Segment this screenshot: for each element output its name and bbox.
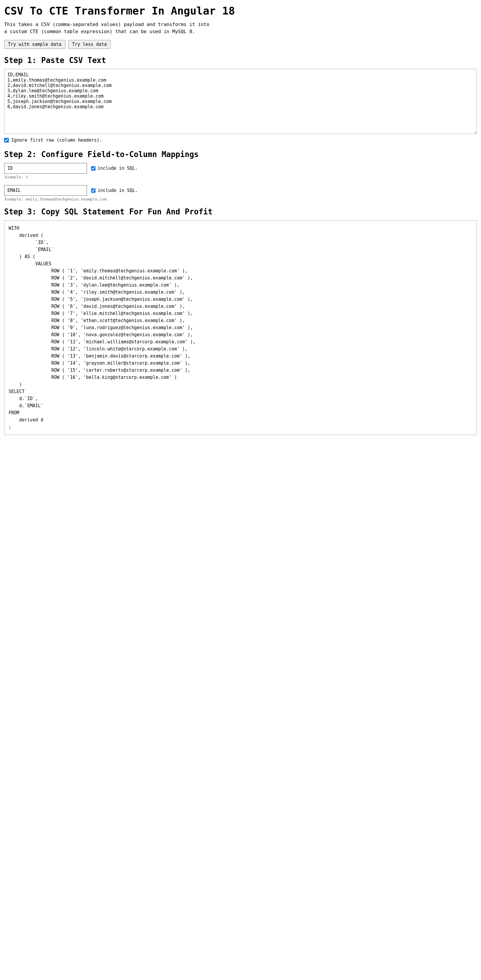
field-block-email: include in SQL. Example: emily.thomas@te… bbox=[4, 185, 477, 201]
step3-section: Step 3: Copy SQL Statement For Fun And P… bbox=[4, 207, 477, 435]
page-description: This takes a CSV (comma-separated values… bbox=[4, 21, 477, 35]
field-checkbox-email: include in SQL. bbox=[91, 188, 137, 193]
try-less-data-button[interactable]: Try less data bbox=[68, 40, 111, 49]
ignore-first-row-label: Ignore first row (column headers). bbox=[11, 137, 102, 143]
field-block-id: include in SQL. Example: 1 bbox=[4, 163, 477, 179]
include-id-label: include in SQL. bbox=[98, 165, 137, 171]
include-email-checkbox[interactable] bbox=[91, 188, 96, 193]
action-buttons: Try with sample data Try less data bbox=[4, 40, 477, 49]
field-input-email[interactable] bbox=[4, 185, 87, 196]
field-example-id: Example: 1 bbox=[5, 175, 477, 179]
try-sample-data-button[interactable]: Try with sample data bbox=[4, 40, 65, 49]
field-input-id[interactable] bbox=[4, 163, 87, 173]
step1-heading: Step 1: Paste CSV Text bbox=[4, 56, 477, 65]
step1-section: Step 1: Paste CSV Text Ignore first row … bbox=[4, 56, 477, 143]
step2-section: Step 2: Configure Field-to-Column Mappin… bbox=[4, 150, 477, 201]
include-id-checkbox[interactable] bbox=[91, 166, 96, 171]
csv-textarea[interactable] bbox=[4, 69, 477, 134]
page-title: CSV To CTE Transformer In Angular 18 bbox=[4, 5, 477, 17]
step3-heading: Step 3: Copy SQL Statement For Fun And P… bbox=[4, 207, 477, 216]
field-example-email: Example: emily.thomas@techgenius.example… bbox=[5, 197, 477, 201]
field-row-email: include in SQL. bbox=[4, 185, 477, 196]
ignore-first-row-row: Ignore first row (column headers). bbox=[4, 137, 477, 143]
field-checkbox-id: include in SQL. bbox=[91, 165, 137, 171]
include-email-label: include in SQL. bbox=[98, 188, 137, 193]
step2-heading: Step 2: Configure Field-to-Column Mappin… bbox=[4, 150, 477, 159]
field-row-id: include in SQL. bbox=[4, 163, 477, 173]
sql-output: WITH derived ( `ID`, `EMAIL` ) AS ( VALU… bbox=[4, 220, 477, 435]
ignore-first-row-checkbox[interactable] bbox=[4, 138, 9, 143]
